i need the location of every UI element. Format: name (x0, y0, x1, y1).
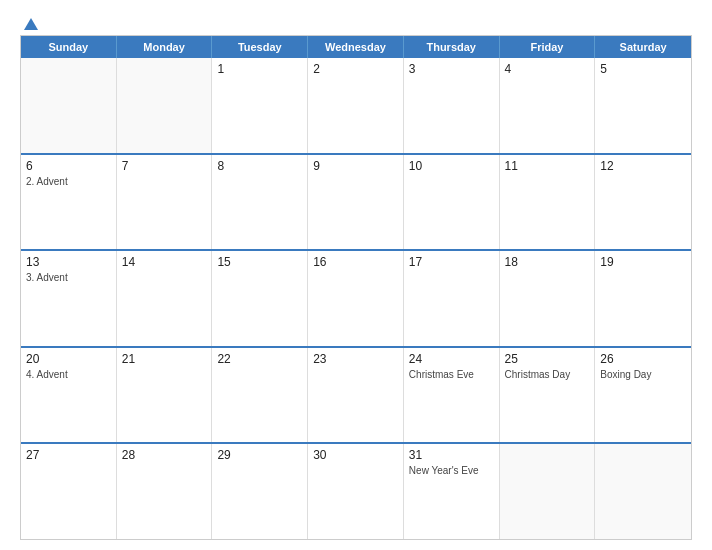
calendar-cell: 5 (595, 58, 691, 153)
date-number: 9 (313, 159, 398, 173)
calendar-cell: 4 (500, 58, 596, 153)
calendar-event: Christmas Day (505, 368, 590, 381)
calendar-cell: 25Christmas Day (500, 348, 596, 443)
date-number: 7 (122, 159, 207, 173)
calendar-cell: 18 (500, 251, 596, 346)
calendar-cell: 19 (595, 251, 691, 346)
calendar-cell: 16 (308, 251, 404, 346)
header-day-friday: Friday (500, 36, 596, 58)
calendar-cell: 14 (117, 251, 213, 346)
date-number: 3 (409, 62, 494, 76)
logo (20, 18, 38, 29)
calendar-cell (500, 444, 596, 539)
calendar-cell: 12 (595, 155, 691, 250)
calendar-cell (595, 444, 691, 539)
calendar-cell: 11 (500, 155, 596, 250)
date-number: 31 (409, 448, 494, 462)
date-number: 11 (505, 159, 590, 173)
date-number: 23 (313, 352, 398, 366)
date-number: 28 (122, 448, 207, 462)
date-number: 29 (217, 448, 302, 462)
calendar-cell: 15 (212, 251, 308, 346)
date-number: 5 (600, 62, 686, 76)
calendar-body: 1234562. Advent789101112133. Advent14151… (21, 58, 691, 539)
date-number: 27 (26, 448, 111, 462)
date-number: 16 (313, 255, 398, 269)
calendar-cell: 23 (308, 348, 404, 443)
calendar-cell: 7 (117, 155, 213, 250)
logo-triangle-icon (24, 18, 38, 30)
header-day-wednesday: Wednesday (308, 36, 404, 58)
calendar-cell: 3 (404, 58, 500, 153)
date-number: 4 (505, 62, 590, 76)
header-day-saturday: Saturday (595, 36, 691, 58)
calendar-cell (21, 58, 117, 153)
date-number: 30 (313, 448, 398, 462)
date-number: 2 (313, 62, 398, 76)
date-number: 25 (505, 352, 590, 366)
calendar-cell: 29 (212, 444, 308, 539)
date-number: 1 (217, 62, 302, 76)
date-number: 10 (409, 159, 494, 173)
calendar-cell: 31New Year's Eve (404, 444, 500, 539)
date-number: 24 (409, 352, 494, 366)
date-number: 13 (26, 255, 111, 269)
calendar-cell (117, 58, 213, 153)
calendar-event: 4. Advent (26, 368, 111, 381)
calendar-week-1: 12345 (21, 58, 691, 153)
calendar-header-row: SundayMondayTuesdayWednesdayThursdayFrid… (21, 36, 691, 58)
calendar-week-3: 133. Advent141516171819 (21, 249, 691, 346)
date-number: 22 (217, 352, 302, 366)
calendar-cell: 8 (212, 155, 308, 250)
calendar-week-5: 2728293031New Year's Eve (21, 442, 691, 539)
date-number: 6 (26, 159, 111, 173)
calendar-cell: 17 (404, 251, 500, 346)
date-number: 20 (26, 352, 111, 366)
calendar-cell: 133. Advent (21, 251, 117, 346)
calendar-cell: 21 (117, 348, 213, 443)
date-number: 19 (600, 255, 686, 269)
calendar-event: 3. Advent (26, 271, 111, 284)
calendar-cell: 10 (404, 155, 500, 250)
header-day-sunday: Sunday (21, 36, 117, 58)
calendar-week-2: 62. Advent789101112 (21, 153, 691, 250)
calendar-cell: 2 (308, 58, 404, 153)
calendar-page: SundayMondayTuesdayWednesdayThursdayFrid… (0, 0, 712, 550)
date-number: 12 (600, 159, 686, 173)
date-number: 21 (122, 352, 207, 366)
calendar-cell: 22 (212, 348, 308, 443)
date-number: 14 (122, 255, 207, 269)
calendar-event: 2. Advent (26, 175, 111, 188)
date-number: 15 (217, 255, 302, 269)
calendar-event: Christmas Eve (409, 368, 494, 381)
date-number: 26 (600, 352, 686, 366)
date-number: 8 (217, 159, 302, 173)
header-day-thursday: Thursday (404, 36, 500, 58)
page-header (20, 18, 692, 29)
calendar-cell: 26Boxing Day (595, 348, 691, 443)
calendar-grid: SundayMondayTuesdayWednesdayThursdayFrid… (20, 35, 692, 540)
calendar-event: Boxing Day (600, 368, 686, 381)
header-day-tuesday: Tuesday (212, 36, 308, 58)
calendar-cell: 30 (308, 444, 404, 539)
calendar-week-4: 204. Advent21222324Christmas Eve25Christ… (21, 346, 691, 443)
date-number: 17 (409, 255, 494, 269)
date-number: 18 (505, 255, 590, 269)
calendar-cell: 62. Advent (21, 155, 117, 250)
calendar-cell: 28 (117, 444, 213, 539)
calendar-cell: 27 (21, 444, 117, 539)
calendar-cell: 204. Advent (21, 348, 117, 443)
header-day-monday: Monday (117, 36, 213, 58)
calendar-cell: 24Christmas Eve (404, 348, 500, 443)
calendar-cell: 1 (212, 58, 308, 153)
calendar-event: New Year's Eve (409, 464, 494, 477)
calendar-cell: 9 (308, 155, 404, 250)
